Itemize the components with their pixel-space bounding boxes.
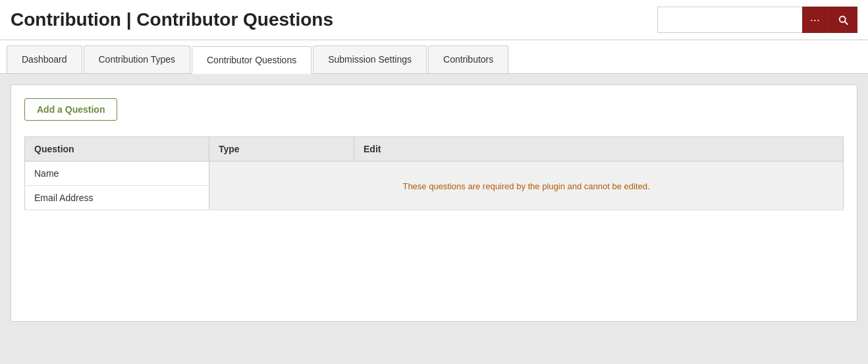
questions-table: Question Type Edit Name These questions … [24,136,844,210]
question-cell-email: Email Address [25,186,209,210]
add-question-button[interactable]: Add a Question [24,98,117,121]
dots-button[interactable]: ··· [802,7,828,33]
col-header-type: Type [209,137,354,162]
tab-contributors[interactable]: Contributors [428,46,508,73]
search-icon [837,14,849,26]
page-title: Contribution | Contributor Questions [11,9,333,30]
tab-contribution-types[interactable]: Contribution Types [84,46,190,73]
tab-submission-settings[interactable]: Submission Settings [313,46,427,73]
tabs-bar: Dashboard Contribution Types Contributor… [0,40,868,74]
required-note-cell: These questions are required by the plug… [209,162,844,210]
question-cell-name: Name [25,162,209,186]
col-header-edit: Edit [354,137,844,162]
top-bar: Contribution | Contributor Questions ··· [0,0,868,40]
search-input[interactable] [657,7,802,33]
table-row: Name These questions are required by the… [25,162,844,186]
required-note-text: These questions are required by the plug… [402,181,649,191]
tab-contributor-questions[interactable]: Contributor Questions [192,46,312,74]
table-header-row: Question Type Edit [25,137,844,162]
main-content: Add a Question Question Type Edit Name T… [11,84,857,322]
search-button[interactable] [828,7,857,33]
tab-dashboard[interactable]: Dashboard [7,46,82,73]
search-area: ··· [657,7,857,33]
col-header-question: Question [25,137,209,162]
